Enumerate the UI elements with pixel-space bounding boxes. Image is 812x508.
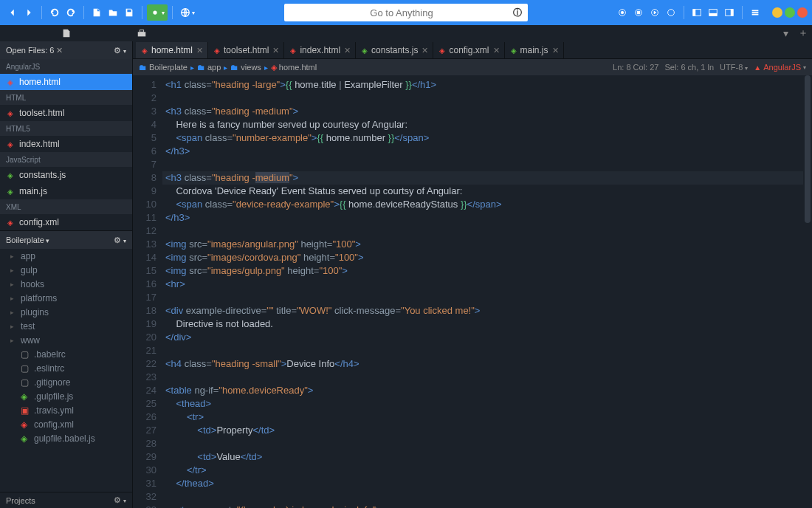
new-tab-button[interactable]: ＋ [794,26,812,41]
svg-rect-14 [138,32,146,36]
svg-rect-9 [693,10,696,16]
projects-gear-icon[interactable]: ⚙ ▾ [114,495,126,505]
tab-list-button[interactable]: ▾ [777,26,794,41]
project-item[interactable]: ▸plugins [0,305,132,319]
project-header[interactable]: Boilerplate ⚙ ▾ [0,231,132,249]
sidebar-group: HTML5 [0,121,132,136]
open-file-item[interactable]: ◈main.js [0,183,132,199]
open-file-item[interactable]: ◈constants.js [0,167,132,183]
breadcrumb-item[interactable]: 🖿 app [197,63,221,72]
search-input[interactable] [290,7,513,18]
svg-point-3 [621,11,624,14]
project-item[interactable]: ▣.travis.yml [0,403,132,417]
redo-button[interactable] [63,4,79,21]
svg-point-7 [668,10,675,16]
pane-right-button[interactable] [721,4,737,21]
window-controls [772,7,808,18]
project-item[interactable]: ▢.eslintrc [0,361,132,375]
code-text[interactable]: <h1 class="heading -large">{{ home.title… [162,75,812,508]
line-gutter[interactable]: 1234567891011121314151617181920212223242… [133,75,162,508]
pane-bottom-button[interactable] [705,4,721,21]
project-item[interactable]: ▸app [0,249,132,263]
project-item[interactable]: ▸gulp [0,263,132,277]
file-tabs: ◈home.html✕◈toolset.html✕◈index.html✕◈co… [133,41,812,59]
project-gear-icon[interactable]: ⚙ ▾ [114,236,126,245]
close-tab-icon[interactable]: ✕ [344,46,351,55]
breadcrumb-item[interactable]: 🖿 views [230,63,261,72]
project-item[interactable]: ◈config.xml [0,417,132,431]
project-item[interactable]: ▢.gitignore [0,375,132,389]
code-editor[interactable]: 1234567891011121314151617181920212223242… [133,75,812,508]
toolbox-icon[interactable] [133,26,151,41]
breadcrumb-item[interactable]: 🖿 Boilerplate [139,63,187,72]
close-tab-icon[interactable]: ✕ [196,46,203,55]
main-toolbar: ▾ ▾ ⓘ [0,0,812,25]
project-item[interactable]: ▸hooks [0,277,132,291]
editor-area: ◈home.html✕◈toolset.html✕◈index.html✕◈co… [133,41,812,508]
open-file-item[interactable]: ◈home.html [0,74,132,90]
language-mode[interactable]: ▲ AngularJS ▾ [754,63,806,72]
back-button[interactable] [4,4,21,21]
sidebar-group: JavaScript [0,152,132,167]
project-item[interactable]: ◈.gulpfile.js [0,389,132,403]
file-tab[interactable]: ◈home.html✕ [136,42,208,58]
project-item[interactable]: ◈gulpfile.babel.js [0,431,132,445]
projects-footer[interactable]: Projects ⚙ ▾ [0,492,132,508]
open-file-item[interactable]: ◈index.html [0,136,132,152]
open-files-header[interactable]: Open Files: 6 ✕ ⚙ ▾ [0,41,132,59]
file-tab[interactable]: ◈index.html✕ [284,42,356,58]
svg-rect-11 [709,13,718,16]
sidebar-group: HTML [0,90,132,105]
project-item[interactable]: ▸platforms [0,291,132,305]
project-item[interactable]: ▸test [0,319,132,333]
close-button[interactable] [797,7,808,18]
close-tab-icon[interactable]: ✕ [422,46,428,55]
svg-rect-5 [637,11,640,14]
stop-macro-button[interactable] [630,4,647,21]
svg-rect-13 [731,10,734,16]
project-item[interactable]: ▢.babelrc [0,347,132,361]
svg-rect-15 [140,30,143,32]
save-button[interactable] [121,4,137,21]
open-file-item[interactable]: ◈toolset.html [0,105,132,121]
close-open-files-icon[interactable]: ✕ [56,46,63,55]
menu-button[interactable] [747,4,763,21]
cursor-position: Ln: 8 Col: 27 [613,63,658,72]
selection-info: Sel: 6 ch, 1 ln [664,63,714,72]
toolbox-row: ▾ ＋ [0,25,812,41]
record-macro-button[interactable] [614,4,630,21]
run-button[interactable]: ▾ [147,4,168,21]
sidebar-group: AngularJS [0,59,132,74]
search-info-icon: ⓘ [513,7,522,19]
file-tab[interactable]: ◈toolset.html✕ [208,42,284,58]
undo-button[interactable] [47,4,63,21]
minimize-button[interactable] [772,7,782,18]
vertical-scrollbar[interactable] [803,75,812,508]
new-file-button[interactable] [89,4,105,21]
open-file-item[interactable]: ◈config.xml [0,214,132,230]
maximize-button[interactable] [785,7,795,18]
close-tab-icon[interactable]: ✕ [493,46,500,55]
pane-left-button[interactable] [689,4,705,21]
open-files-gear-icon[interactable]: ⚙ ▾ [114,46,126,55]
file-tab[interactable]: ◈constants.js✕ [356,42,433,58]
file-tab[interactable]: ◈config.xml✕ [433,42,504,58]
forward-button[interactable] [21,4,37,21]
breadcrumb-item[interactable]: ◈ home.html [271,63,317,72]
browser-preview-button[interactable]: ▾ [177,4,198,21]
save-macro-button[interactable] [663,4,679,21]
close-tab-icon[interactable]: ✕ [552,46,559,55]
encoding[interactable]: UTF-8 ▾ [720,63,748,72]
sidebar-group: XML [0,199,132,214]
play-macro-button[interactable] [647,4,663,21]
places-icon[interactable] [58,26,75,41]
go-to-anything-search[interactable]: ⓘ [284,4,528,21]
open-file-button[interactable] [105,4,121,21]
breadcrumb-bar: 🖿 Boilerplate▸🖿 app▸🖿 views▸◈ home.html … [133,59,812,75]
close-tab-icon[interactable]: ✕ [272,46,279,55]
file-tab[interactable]: ◈main.js✕ [505,42,564,58]
project-item[interactable]: ▸www [0,333,132,347]
svg-point-0 [153,10,156,14]
sidebar: Open Files: 6 ✕ ⚙ ▾ AngularJS◈home.htmlH… [0,41,133,508]
